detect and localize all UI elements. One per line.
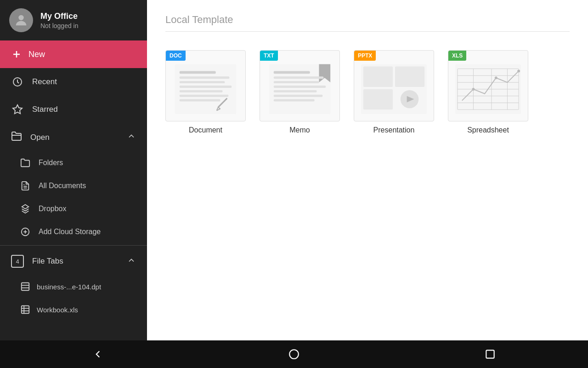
svg-rect-34 [274, 90, 317, 92]
svg-rect-20 [180, 81, 225, 83]
file-tabs-label: File Tabs [32, 257, 63, 266]
new-label: New [28, 50, 45, 59]
page-title: Local Template [165, 14, 570, 32]
starred-label: Starred [32, 105, 58, 114]
svg-point-54 [495, 76, 498, 79]
recent-label: Recent [32, 77, 57, 86]
dropbox-label: Dropbox [39, 205, 66, 213]
open-sub-items: Folders All Documents [0, 151, 147, 243]
clock-icon [11, 75, 24, 88]
svg-rect-22 [180, 90, 223, 92]
main-content: Local Template DOC [147, 0, 588, 340]
file-tabs-header[interactable]: 4 File Tabs [0, 247, 147, 275]
user-status: Not logged in [40, 22, 79, 29]
sidebar: My Office Not logged in New Recen [0, 0, 147, 340]
all-documents-label: All Documents [39, 182, 86, 190]
svg-marker-4 [13, 105, 22, 114]
svg-rect-36 [274, 99, 315, 102]
file-tabs-list: business-...e-104.dpt Workbook.xls [0, 275, 147, 321]
star-icon [11, 103, 24, 116]
home-button[interactable] [270, 344, 318, 365]
open-header[interactable]: Open [0, 123, 147, 151]
bottom-navigation [0, 340, 588, 368]
svg-rect-57 [486, 350, 494, 358]
svg-rect-21 [180, 86, 232, 88]
svg-rect-32 [274, 81, 319, 83]
recent-apps-button[interactable] [466, 344, 514, 365]
svg-rect-19 [180, 76, 230, 79]
chevron-up-icon [127, 132, 136, 143]
presentation-label: Presentation [373, 126, 415, 134]
file-tab-item-0[interactable]: business-...e-104.dpt [0, 275, 147, 298]
file-tab-item-1[interactable]: Workbook.xls [0, 298, 147, 321]
user-name: My Office [40, 12, 79, 21]
doc-badge: DOC [166, 51, 186, 61]
svg-rect-33 [274, 86, 326, 88]
txt-badge: TXT [260, 51, 278, 61]
sidebar-item-folders[interactable]: Folders [0, 151, 147, 174]
document-label: Document [189, 126, 222, 134]
svg-rect-31 [274, 76, 324, 79]
memo-label: Memo [289, 126, 310, 134]
template-spreadsheet[interactable]: XLS [448, 50, 528, 134]
spreadsheet-label: Spreadsheet [467, 126, 509, 134]
sidebar-item-starred[interactable]: Starred [0, 96, 147, 123]
plus-icon [11, 49, 22, 60]
back-button[interactable] [74, 344, 122, 365]
svg-rect-18 [180, 71, 216, 74]
file-tab-name-0: business-...e-104.dpt [37, 283, 101, 291]
svg-rect-23 [180, 95, 229, 97]
template-memo[interactable]: TXT Memo [260, 50, 340, 134]
svg-rect-13 [22, 306, 29, 314]
template-document[interactable]: DOC [165, 50, 246, 134]
sidebar-item-recent[interactable]: Recent [0, 68, 147, 96]
xls-badge: XLS [448, 51, 466, 61]
svg-rect-38 [363, 67, 393, 87]
file-tabs-count: 4 [16, 258, 19, 265]
svg-rect-40 [363, 89, 393, 109]
svg-rect-24 [180, 99, 220, 102]
open-icon [11, 131, 22, 144]
templates-grid: DOC [165, 50, 570, 134]
file-tab-name-1: Workbook.xls [37, 306, 78, 314]
user-profile[interactable]: My Office Not logged in [0, 0, 147, 40]
pptx-badge: PPTX [354, 51, 376, 61]
svg-rect-39 [395, 67, 424, 87]
sidebar-item-dropbox[interactable]: Dropbox [0, 197, 147, 220]
sidebar-item-add-cloud[interactable]: Add Cloud Storage [0, 220, 147, 243]
open-label: Open [30, 133, 50, 142]
svg-rect-30 [274, 71, 310, 74]
svg-point-53 [472, 88, 475, 91]
avatar [9, 8, 33, 32]
template-presentation[interactable]: PPTX Presentation [354, 50, 434, 134]
divider [0, 245, 147, 246]
svg-rect-35 [274, 95, 323, 97]
svg-point-0 [18, 15, 23, 20]
file-tabs-badge: 4 [11, 255, 24, 268]
add-cloud-label: Add Cloud Storage [39, 228, 101, 236]
folders-label: Folders [39, 159, 63, 167]
new-button[interactable]: New [0, 40, 147, 68]
svg-rect-10 [22, 283, 29, 291]
file-tabs-section: 4 File Tabs b [0, 247, 147, 321]
svg-point-56 [289, 350, 299, 359]
sidebar-item-all-documents[interactable]: All Documents [0, 174, 147, 197]
svg-point-55 [517, 69, 520, 72]
file-tabs-chevron-icon [127, 256, 136, 267]
open-section: Open Folders [0, 123, 147, 243]
